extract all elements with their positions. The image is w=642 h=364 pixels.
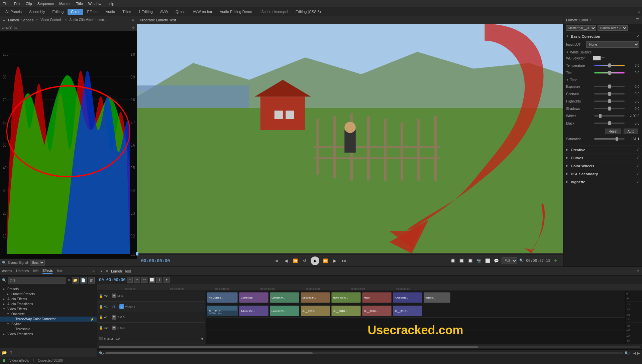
menu-sequence[interactable]: Sequence [37, 2, 54, 6]
effects-search-input[interactable] [8, 277, 66, 284]
vignette-toggle[interactable]: ✓ [636, 180, 639, 184]
mark-in-button[interactable]: 🔲 [458, 257, 465, 264]
delete-effect-icon[interactable]: 🗑 [9, 350, 13, 355]
curves-header[interactable]: ▶ Curves ✓ [563, 154, 642, 162]
menu-edit[interactable]: Edit [14, 2, 20, 6]
speech-bubble-button[interactable]: 💬 [493, 257, 500, 264]
highlights-slider[interactable] [594, 101, 625, 102]
shadows-slider[interactable] [594, 108, 625, 109]
tree-obsolete[interactable]: ▼ Obsolete [0, 312, 97, 317]
audio-clip-mixer-tab[interactable]: Audio Clip Mixer: Lume... [69, 18, 107, 22]
tl-add-marker[interactable]: + [127, 277, 133, 283]
clip-v1-2[interactable]: Lumetri Te... [270, 306, 299, 316]
track-a1-lock[interactable]: 🔒 [99, 315, 103, 319]
saturation-slider[interactable] [594, 138, 625, 140]
menu-window[interactable]: Window [88, 2, 101, 6]
play-button[interactable]: ▶ [311, 256, 319, 265]
zoom-slider[interactable] [105, 352, 623, 354]
clear-search-icon[interactable]: ✕ [68, 278, 71, 283]
add-marker-button[interactable]: 🔲 [449, 257, 456, 264]
creative-toggle[interactable]: ✓ [636, 148, 639, 152]
zoom-in-icon[interactable]: 🔍+ [625, 351, 631, 355]
track-v2-lock[interactable]: 🔒 [99, 294, 103, 298]
tint-handle[interactable] [608, 71, 611, 75]
workspace-editing[interactable]: Editing [49, 9, 67, 15]
menu-title[interactable]: Title [76, 2, 83, 6]
reset-button[interactable]: Reset [605, 129, 621, 134]
close-icon[interactable]: ✕ [106, 269, 108, 273]
vignette-header[interactable]: ▶ Vignette ✓ [563, 178, 642, 186]
master-clip-select[interactable]: Master * JL__3818(1)_01.MP4 [566, 25, 596, 31]
zoom-out-icon[interactable]: 🔍- [99, 351, 104, 355]
menu-marker[interactable]: Marker [59, 2, 71, 6]
clip-v1-1[interactable]: Adobe Ce... [239, 306, 269, 316]
zoom-slider-thumb[interactable] [105, 352, 313, 354]
tree-lumetri-presets[interactable]: ▶ Lumetri Presets [0, 292, 97, 297]
highlights-handle[interactable] [608, 99, 611, 103]
track-v2-sync[interactable]: S [121, 294, 123, 298]
menu-file[interactable]: File [3, 2, 9, 6]
clip-v1-3[interactable]: JL__3818... [301, 306, 330, 316]
timeline-scrollbar-thumb[interactable] [99, 346, 478, 348]
hsl-secondary-toggle[interactable]: ✓ [636, 172, 639, 176]
clip-lumetri-fr[interactable]: Lumetri fr... [270, 292, 299, 303]
track-v1-lock[interactable]: 🔒 [99, 305, 103, 309]
clip-v1-4[interactable]: JL__3818... [331, 306, 361, 316]
menu-help[interactable]: Help [107, 2, 114, 6]
workspace-effects[interactable]: Effects [84, 9, 102, 15]
next-edit-button[interactable]: ⏩ [322, 257, 329, 264]
curves-toggle[interactable]: ✓ [636, 156, 639, 160]
timeline-playhead[interactable] [206, 291, 206, 344]
clip-hdr-work[interactable]: HDR Work... [331, 292, 361, 303]
shadows-handle[interactable] [608, 107, 611, 111]
whites-handle[interactable] [599, 114, 602, 118]
track-v2-visible[interactable]: V [112, 294, 116, 298]
clip-v1-5[interactable]: JL__3818... [362, 306, 392, 316]
timeline-menu-icon[interactable]: » [637, 269, 639, 274]
go-to-in-button[interactable]: ⏮ [273, 257, 280, 264]
exposure-handle[interactable] [608, 84, 611, 88]
track-v1-visible[interactable]: V [119, 304, 124, 309]
tree-audio-transitions[interactable]: ▶ Audio Transitions [0, 302, 97, 307]
hsl-secondary-header[interactable]: ▶ HSL Secondary ✓ [563, 170, 642, 178]
new-folder-icon[interactable]: 📁 [72, 277, 79, 284]
track-a2-lock[interactable]: 🔒 [99, 326, 103, 330]
timeline-scroll-bar[interactable] [97, 344, 642, 349]
mark-out-button[interactable]: 🔲 [467, 257, 473, 264]
tree-video-effects[interactable]: ▼ Video Effects [0, 307, 97, 312]
workspace-1editing[interactable]: 1 Editing [135, 9, 156, 15]
clip-mask[interactable]: Mask [362, 292, 392, 303]
timeline-title[interactable]: Lumetri Test [111, 269, 131, 273]
prev-edit-button[interactable]: ⏪ [292, 257, 299, 264]
clip-obsolete[interactable]: *Obsolete... [393, 292, 422, 303]
delete-icon[interactable]: 🗑 [88, 277, 95, 284]
workspace-editing-css[interactable]: Editing (CSS.5) [292, 9, 324, 15]
workspace-audio[interactable]: Audio [102, 9, 118, 15]
timeline-progress-bar[interactable] [137, 253, 563, 254]
new-bin-icon[interactable]: 📂 [2, 350, 7, 355]
workspace-avw[interactable]: AVW [157, 9, 172, 15]
workspace-titles[interactable]: Titles [119, 9, 134, 15]
clip-no-correc[interactable]: No Correc... [207, 292, 238, 303]
export-frame-button[interactable]: 📷 [475, 257, 482, 264]
scope-panel-menu[interactable]: » [132, 18, 134, 22]
tl-lift[interactable]: ⬆ [156, 277, 162, 283]
clip-black[interactable]: *Black... [424, 292, 450, 303]
go-to-out-button[interactable]: ⏭ [341, 257, 347, 264]
tl-ripple-delete[interactable]: ✂ [134, 277, 140, 283]
add-button[interactable]: + [552, 257, 559, 264]
clip-corrected[interactable]: Corrected [239, 292, 269, 303]
tl-extract[interactable]: ⬜ [149, 277, 155, 283]
clip-v1-0[interactable]: Camera: R/W JL__3818... [207, 306, 238, 316]
track-master-expand[interactable]: ◀ [201, 337, 203, 340]
lumetri-menu-icon[interactable]: ☰ [636, 18, 639, 22]
creative-header[interactable]: ▶ Creative ✓ [563, 146, 642, 154]
playhead-indicator[interactable] [136, 252, 138, 255]
whites-slider[interactable] [594, 115, 625, 117]
basic-correction-header[interactable]: ▼ Basic Correction ✓ [563, 32, 642, 40]
step-forward-button[interactable]: ▶ [331, 257, 338, 264]
float-select[interactable]: float [30, 260, 45, 265]
tab-libraries[interactable]: Libraries [16, 268, 29, 274]
track-a2-solo[interactable]: S [117, 326, 119, 330]
track-a1-solo[interactable]: S [117, 316, 119, 319]
